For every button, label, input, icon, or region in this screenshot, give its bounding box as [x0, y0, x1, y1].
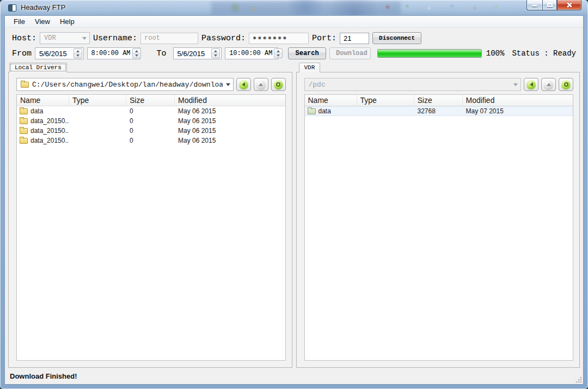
remote-path-value: /pdc [309, 81, 511, 89]
table-row[interactable]: data_20150... 0 May 06 2015 [17, 116, 285, 126]
username-field[interactable] [140, 33, 198, 44]
host-label: Host: [12, 34, 36, 42]
remote-back-button[interactable] [524, 78, 538, 91]
spin-down-icon[interactable] [133, 53, 140, 58]
from-time-spinner[interactable] [132, 48, 141, 58]
disconnect-button[interactable]: Disconnect [372, 32, 421, 44]
close-button[interactable] [557, 0, 581, 10]
remote-up-button[interactable] [541, 78, 556, 91]
remote-refresh-button[interactable] [559, 78, 573, 91]
connection-toolbar: Host: VDR Username: Password: ●●●●●●● Po… [5, 28, 583, 46]
spin-down-icon[interactable] [74, 53, 82, 58]
minimize-icon [532, 5, 537, 7]
statusbar: Download Finished! [5, 368, 583, 384]
spin-up-icon[interactable] [212, 49, 219, 53]
resize-grip-icon[interactable] [575, 376, 582, 383]
spin-up-icon[interactable] [74, 49, 82, 53]
chevron-down-icon[interactable] [513, 83, 518, 86]
refresh-icon [274, 80, 283, 89]
file-name: data [30, 107, 43, 115]
spin-down-icon[interactable] [212, 53, 219, 58]
password-field[interactable]: ●●●●●●● [249, 33, 309, 44]
remote-pane: /pdc Name Type Size Modified [296, 72, 580, 368]
local-path-row: C:/Users/changwei/Desktop/lan/headway/do… [9, 72, 292, 94]
spin-up-icon[interactable] [133, 49, 140, 53]
file-name: data [318, 107, 331, 115]
folder-icon [20, 128, 28, 134]
column-header-modified[interactable]: Modified [463, 95, 573, 106]
from-date-field[interactable]: 5/6/2015 [35, 47, 84, 59]
local-back-button[interactable] [236, 78, 251, 91]
from-label: From [12, 50, 32, 58]
to-date-spinner[interactable] [211, 48, 220, 58]
to-date-field[interactable]: 5/6/2015 [173, 47, 222, 59]
remote-table-header: Name Type Size Modified [305, 95, 573, 106]
to-time-spinner[interactable] [274, 48, 283, 58]
client-area: File View Help Host: VDR Username: Passw… [4, 15, 584, 385]
chevron-down-icon [82, 37, 87, 40]
spin-down-icon[interactable] [274, 53, 282, 58]
progress-bar [377, 49, 482, 58]
host-combobox[interactable]: VDR [40, 32, 90, 44]
from-time-field[interactable]: 8:00:00 AM [87, 47, 140, 59]
local-path-combobox[interactable]: C:/Users/changwei/Desktop/lan/headway/do… [16, 78, 234, 91]
back-icon [526, 80, 536, 89]
app-window: Headway FTP File View Help Host: VDR Use… [0, 0, 588, 389]
search-button[interactable]: Search [288, 47, 326, 59]
from-date-spinner[interactable] [74, 48, 82, 58]
file-size: 0 [126, 107, 175, 115]
username-label: Username: [93, 34, 137, 42]
progress-percent: 100% [486, 49, 505, 58]
local-refresh-button[interactable] [271, 78, 286, 91]
file-modified: May 07 2015 [463, 107, 573, 115]
column-header-type[interactable]: Type [69, 95, 126, 106]
table-row[interactable]: data 32768 May 07 2015 [305, 106, 573, 116]
download-button[interactable]: Download [329, 47, 371, 59]
table-row[interactable]: data_20150... 0 May 06 2015 [17, 126, 285, 136]
file-modified: May 06 2015 [175, 107, 285, 115]
column-header-name[interactable]: Name [305, 95, 357, 106]
maximize-icon [547, 3, 553, 7]
file-modified: May 06 2015 [175, 127, 285, 135]
column-header-size[interactable]: Size [414, 95, 463, 106]
remote-table-body: data 32768 May 07 2015 [305, 106, 573, 360]
tab-vdr[interactable]: VDR [299, 63, 321, 72]
maximize-button[interactable] [542, 0, 557, 10]
menu-help[interactable]: Help [55, 16, 79, 27]
column-header-type[interactable]: Type [357, 95, 414, 106]
spin-up-icon[interactable] [274, 49, 282, 53]
remote-file-table: Name Type Size Modified data 32768 May [304, 94, 574, 361]
from-date-value: 5/6/2015 [39, 50, 67, 58]
to-time-field[interactable]: 10:00:00 AM [225, 47, 278, 59]
window-title: Headway FTP [21, 3, 65, 11]
file-name: data_20150... [30, 117, 69, 125]
port-field[interactable] [340, 33, 369, 44]
minimize-button[interactable] [526, 0, 542, 10]
column-header-size[interactable]: Size [126, 95, 175, 106]
file-modified: May 06 2015 [175, 117, 285, 125]
to-label: To [157, 50, 167, 58]
refresh-icon [561, 80, 571, 89]
column-header-name[interactable]: Name [17, 95, 69, 106]
menu-file[interactable]: File [9, 16, 30, 27]
remote-path-combobox[interactable]: /pdc [304, 78, 522, 91]
to-date-value: 5/6/2015 [177, 50, 205, 58]
local-file-table: Name Type Size Modified data 0 May 06 2 [16, 94, 286, 361]
table-row[interactable]: data_20150... 0 May 06 2015 [17, 136, 285, 145]
chevron-down-icon[interactable] [226, 83, 230, 86]
column-header-modified[interactable]: Modified [175, 95, 285, 106]
status-message: Download Finished! [10, 372, 77, 380]
menu-view[interactable]: View [30, 16, 55, 27]
folder-icon [20, 118, 28, 124]
to-time-value: 10:00:00 AM [229, 50, 272, 57]
tab-local-drivers[interactable]: Local Drivers [9, 63, 67, 72]
file-size: 0 [126, 117, 175, 125]
up-icon [256, 80, 266, 89]
menubar: File View Help [5, 16, 583, 28]
file-name: data_20150... [30, 137, 69, 144]
table-row[interactable]: data 0 May 06 2015 [17, 106, 285, 116]
from-time-value: 8:00:00 AM [91, 50, 131, 57]
local-path-value: C:/Users/changwei/Desktop/lan/headway/do… [32, 81, 223, 89]
local-up-button[interactable] [254, 78, 268, 91]
titlebar[interactable]: Headway FTP [0, 0, 588, 15]
